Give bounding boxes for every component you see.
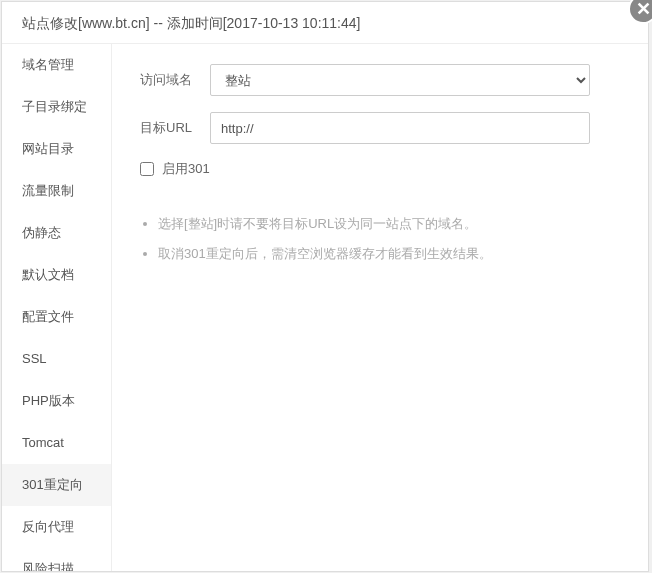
sidebar-item-label: Tomcat — [22, 435, 64, 450]
sidebar-item-php[interactable]: PHP版本 — [2, 380, 111, 422]
label-access-domain: 访问域名 — [140, 71, 210, 89]
sidebar-item-ssl[interactable]: SSL — [2, 338, 111, 380]
sidebar-item-default-doc[interactable]: 默认文档 — [2, 254, 111, 296]
sidebar-item-label: 伪静态 — [22, 225, 61, 240]
sidebar: 域名管理子目录绑定网站目录流量限制伪静态默认文档配置文件SSLPHP版本Tomc… — [2, 44, 112, 571]
sidebar-item-config[interactable]: 配置文件 — [2, 296, 111, 338]
sidebar-item-label: 默认文档 — [22, 267, 74, 282]
control-access-domain: 整站 — [210, 64, 620, 96]
sidebar-item-label: 风险扫描 — [22, 561, 74, 571]
note-item: 取消301重定向后，需清空浏览器缓存才能看到生效结果。 — [158, 244, 620, 264]
target-url-input[interactable] — [210, 112, 590, 144]
sidebar-item-risk[interactable]: 风险扫描 — [2, 548, 111, 571]
sidebar-item-label: SSL — [22, 351, 47, 366]
notes-list: 选择[整站]时请不要将目标URL设为同一站点下的域名。 取消301重定向后，需清… — [140, 214, 620, 263]
sidebar-item-301[interactable]: 301重定向 — [2, 464, 111, 506]
modal-title: 站点修改[www.bt.cn] -- 添加时间[2017-10-13 10:11… — [22, 15, 360, 31]
enable-301-checkbox[interactable] — [140, 162, 154, 176]
sidebar-item-rewrite[interactable]: 伪静态 — [2, 212, 111, 254]
sidebar-item-label: 配置文件 — [22, 309, 74, 324]
site-edit-modal: 站点修改[www.bt.cn] -- 添加时间[2017-10-13 10:11… — [1, 1, 649, 572]
sidebar-item-label: 流量限制 — [22, 183, 74, 198]
modal-body: 域名管理子目录绑定网站目录流量限制伪静态默认文档配置文件SSLPHP版本Tomc… — [2, 44, 648, 571]
label-target-url: 目标URL — [140, 119, 210, 137]
sidebar-item-traffic[interactable]: 流量限制 — [2, 170, 111, 212]
modal-header: 站点修改[www.bt.cn] -- 添加时间[2017-10-13 10:11… — [2, 2, 648, 44]
control-target-url — [210, 112, 620, 144]
note-item: 选择[整站]时请不要将目标URL设为同一站点下的域名。 — [158, 214, 620, 234]
sidebar-item-proxy[interactable]: 反向代理 — [2, 506, 111, 548]
row-access-domain: 访问域名 整站 — [140, 64, 620, 96]
close-icon: ✕ — [636, 0, 651, 20]
sidebar-item-label: 子目录绑定 — [22, 99, 87, 114]
main-panel: 访问域名 整站 目标URL 启用301 选择[整站]时请不要将目标URL设为同一… — [112, 44, 648, 571]
sidebar-item-label: 反向代理 — [22, 519, 74, 534]
sidebar-item-label: 301重定向 — [22, 477, 83, 492]
row-target-url: 目标URL — [140, 112, 620, 144]
row-enable-301: 启用301 — [140, 160, 620, 178]
access-domain-select[interactable]: 整站 — [210, 64, 590, 96]
sidebar-item-label: PHP版本 — [22, 393, 75, 408]
sidebar-item-tomcat[interactable]: Tomcat — [2, 422, 111, 464]
sidebar-item-label: 网站目录 — [22, 141, 74, 156]
sidebar-item-sitedir[interactable]: 网站目录 — [2, 128, 111, 170]
enable-301-label: 启用301 — [162, 160, 210, 178]
sidebar-item-subdir[interactable]: 子目录绑定 — [2, 86, 111, 128]
sidebar-item-domain[interactable]: 域名管理 — [2, 44, 111, 86]
sidebar-item-label: 域名管理 — [22, 57, 74, 72]
